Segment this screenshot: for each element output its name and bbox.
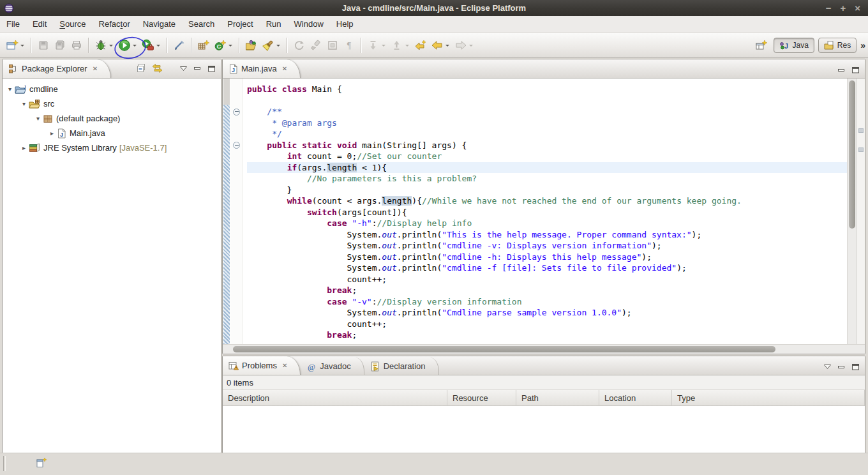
view-menu-icon[interactable] — [179, 66, 188, 72]
minimize-icon[interactable] — [193, 65, 202, 72]
column-header-path[interactable]: Path — [516, 390, 599, 405]
tree-item-cmdline[interactable]: ▾Jcmdline — [3, 82, 221, 96]
close-icon[interactable]: ✕ — [282, 65, 287, 72]
debug-dropdown-icon[interactable] — [109, 45, 113, 49]
new-class-dropdown-icon[interactable] — [228, 45, 232, 49]
new-wizard-dropdown-icon[interactable] — [20, 45, 24, 49]
editor-tab-main-java[interactable]: J Main.java ✕ — [223, 59, 301, 78]
debug-button[interactable] — [93, 38, 108, 53]
code-line[interactable]: int count = 0;//Set our counter — [247, 151, 847, 162]
column-header-location[interactable]: Location — [599, 390, 672, 405]
collapse-all-icon[interactable] — [136, 63, 146, 73]
run-external-tools-dropdown-icon[interactable] — [156, 45, 160, 49]
code-line[interactable]: //No parameters is this a problem? — [247, 173, 847, 185]
code-line[interactable]: System.out.println("cmdline -h: Displays… — [247, 252, 847, 263]
open-type-button[interactable] — [244, 38, 259, 53]
code-line[interactable]: while(count < args.length){//While we ha… — [247, 195, 847, 207]
menu-project[interactable]: Project — [221, 17, 259, 31]
tree-item-jre-system-library[interactable]: ▸JRE System Library[JavaSE-1.7] — [3, 140, 221, 155]
code-line[interactable]: count++; — [247, 319, 847, 330]
chevron-down-icon[interactable]: ▾ — [19, 100, 29, 107]
code-line[interactable]: * @param args — [247, 117, 847, 129]
run-dropdown-icon[interactable] — [133, 45, 137, 49]
chevron-right-icon[interactable]: ▸ — [19, 144, 29, 151]
chevron-right-icon[interactable]: ▸ — [47, 130, 57, 137]
code-line[interactable]: } — [247, 185, 847, 196]
java-perspective-button[interactable]: J Java — [774, 38, 814, 53]
menu-help[interactable]: Help — [330, 17, 360, 31]
code-line[interactable]: */ — [247, 128, 847, 140]
chevron-down-icon[interactable]: ▾ — [5, 86, 15, 93]
menu-search[interactable]: Search — [182, 17, 221, 31]
vertical-scrollbar-thumb[interactable] — [849, 80, 855, 229]
window-close-button[interactable]: × — [855, 3, 860, 13]
code-line[interactable]: System.out.println("Cmdline parse sample… — [247, 307, 847, 319]
code-line[interactable] — [247, 95, 847, 107]
tab-javadoc[interactable]: @Javadoc — [301, 358, 364, 375]
code-area[interactable]: public class Main { /** * @param args */… — [243, 79, 847, 344]
occurrence-mark[interactable] — [858, 147, 864, 152]
column-header-description[interactable]: Description — [223, 390, 447, 405]
menu-source[interactable]: Source — [53, 17, 92, 31]
menu-edit[interactable]: Edit — [26, 17, 53, 31]
close-icon[interactable]: ✕ — [93, 65, 98, 72]
tab-problems[interactable]: Problems✕ — [223, 356, 301, 375]
maximize-icon[interactable] — [207, 65, 216, 72]
annotation-ruler[interactable] — [223, 79, 231, 344]
fold-collapse-icon[interactable] — [233, 109, 240, 116]
fold-collapse-icon[interactable] — [233, 142, 240, 149]
folding-gutter[interactable] — [231, 79, 243, 344]
code-line[interactable]: break; — [247, 329, 847, 341]
code-line[interactable]: public static void main(String[] args) { — [247, 140, 847, 151]
perspective-overflow-button[interactable]: » — [860, 40, 864, 50]
horizontal-scrollbar-thumb[interactable] — [233, 346, 775, 352]
code-line[interactable]: if(args.length < 1){ — [247, 162, 847, 174]
horizontal-scrollbar[interactable] — [223, 344, 865, 354]
menu-navigate[interactable]: Navigate — [137, 17, 182, 31]
search-dropdown-icon[interactable] — [276, 45, 280, 49]
window-maximize-button[interactable]: + — [840, 3, 846, 13]
code-line[interactable]: case "-v"://Display version information — [247, 296, 847, 308]
code-line[interactable]: case "-h"://Display help info — [247, 218, 847, 229]
maximize-icon[interactable] — [851, 66, 860, 73]
run-button[interactable] — [117, 38, 132, 53]
tree-item-default-package[interactable]: ▾(default package) — [3, 111, 221, 126]
link-with-editor-icon[interactable] — [152, 63, 163, 73]
minimize-icon[interactable] — [837, 67, 846, 73]
chevron-down-icon[interactable]: ▾ — [33, 115, 43, 122]
vertical-scrollbar[interactable] — [847, 79, 857, 344]
menu-window[interactable]: Window — [288, 17, 330, 31]
window-minimize-button[interactable]: − — [826, 3, 832, 13]
overview-ruler[interactable] — [857, 79, 865, 344]
code-line[interactable]: break; — [247, 285, 847, 296]
code-line[interactable]: count++; — [247, 274, 847, 285]
code-line[interactable]: /** — [247, 106, 847, 117]
open-perspective-button[interactable] — [754, 38, 770, 53]
menu-run[interactable]: Run — [260, 17, 288, 31]
new-java-project-button[interactable] — [196, 38, 211, 53]
column-header-resource[interactable]: Resource — [447, 390, 516, 405]
view-menu-icon[interactable] — [823, 364, 832, 370]
code-line[interactable]: public class Main { — [247, 84, 847, 95]
code-line[interactable]: System.out.println("cmdline -v: Displays… — [247, 240, 847, 252]
skip-all-breakpoints-button[interactable] — [172, 38, 187, 53]
menu-file[interactable]: File — [0, 17, 26, 31]
last-edit-location-button[interactable] — [413, 38, 428, 53]
close-icon[interactable]: ✕ — [282, 362, 287, 369]
column-header-type[interactable]: Type — [672, 390, 865, 405]
code-line[interactable]: System.out.println("This is the help mes… — [247, 229, 847, 241]
menu-refactor[interactable]: Refactor — [93, 17, 137, 31]
new-class-button[interactable]: C — [213, 38, 228, 53]
package-explorer-tab[interactable]: Package Explorer ✕ — [3, 59, 111, 78]
back-button[interactable] — [430, 38, 445, 53]
maximize-icon[interactable] — [851, 363, 860, 370]
search-button[interactable] — [260, 38, 276, 53]
back-dropdown-icon[interactable] — [445, 45, 449, 49]
tree-item-src[interactable]: ▾src — [3, 96, 221, 111]
code-line[interactable]: switch(args[count]){ — [247, 207, 847, 218]
occurrence-mark[interactable] — [858, 128, 864, 133]
minimize-icon[interactable] — [837, 364, 846, 370]
problems-table-body[interactable] — [223, 406, 865, 454]
tab-declaration[interactable]: Declaration — [364, 358, 439, 375]
code-line[interactable]: System.out.println("cmdline -f [file]: S… — [247, 262, 847, 274]
